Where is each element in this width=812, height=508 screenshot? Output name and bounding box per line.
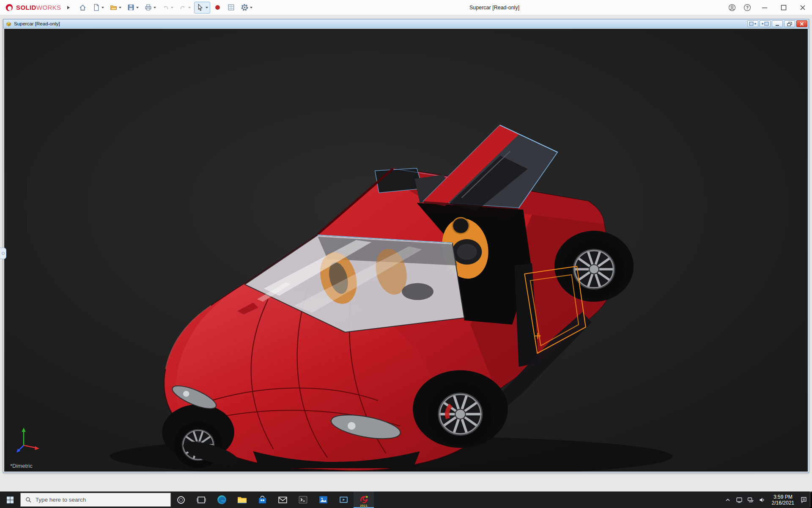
minimize-button[interactable] bbox=[755, 0, 774, 15]
action-center-button[interactable] bbox=[798, 491, 809, 508]
close-icon bbox=[798, 21, 806, 27]
undo-button[interactable] bbox=[159, 2, 176, 14]
file-explorer-button[interactable] bbox=[232, 491, 252, 508]
mail-button[interactable] bbox=[272, 491, 293, 508]
new-document-icon bbox=[92, 3, 100, 11]
doc-close-button[interactable] bbox=[796, 20, 807, 27]
taskbar-search[interactable] bbox=[20, 493, 171, 507]
home-icon bbox=[79, 3, 87, 11]
movies-tv-button[interactable] bbox=[333, 491, 354, 508]
network-icon bbox=[747, 497, 754, 503]
dropdown-caret-icon bbox=[188, 7, 191, 8]
rebuild-icon bbox=[214, 3, 222, 11]
file-properties-button[interactable] bbox=[225, 2, 237, 14]
task-view-icon bbox=[197, 495, 206, 505]
select-tool-button[interactable] bbox=[194, 2, 210, 14]
app-window-title: Supercar [Read-only] bbox=[469, 5, 519, 11]
home-button[interactable] bbox=[77, 2, 89, 14]
dropdown-caret-icon bbox=[102, 7, 104, 8]
featuremanager-collapsed-tab[interactable] bbox=[0, 248, 6, 259]
redo-button[interactable] bbox=[177, 2, 193, 14]
edge-button[interactable] bbox=[211, 491, 232, 508]
dropdown-caret-icon bbox=[154, 7, 156, 8]
restore-icon bbox=[786, 21, 793, 27]
solidworks-brand: SOLIDWORKS bbox=[4, 3, 66, 12]
tablet-mode-button[interactable] bbox=[734, 491, 745, 508]
redo-icon bbox=[179, 3, 187, 11]
system-tray: 3:59 PM 2/16/2021 bbox=[722, 491, 812, 508]
network-button[interactable] bbox=[745, 491, 757, 508]
open-button[interactable] bbox=[107, 2, 123, 14]
tile-preview-icon bbox=[761, 21, 769, 27]
print-button[interactable] bbox=[142, 2, 158, 14]
save-icon bbox=[127, 3, 135, 11]
doc-tile-preview-button-2[interactable] bbox=[760, 20, 771, 27]
mail-icon bbox=[277, 494, 288, 505]
photos-icon bbox=[318, 494, 329, 505]
close-icon bbox=[798, 3, 807, 12]
help-button[interactable]: ? bbox=[740, 0, 755, 15]
brand-text: SOLIDWORKS bbox=[16, 4, 61, 11]
options-gear-icon bbox=[241, 3, 249, 11]
action-center-icon bbox=[800, 496, 807, 503]
file-properties-icon bbox=[227, 3, 235, 11]
file-explorer-icon bbox=[237, 494, 247, 505]
windows-logo-icon bbox=[6, 496, 14, 504]
main-toolbar bbox=[77, 2, 255, 14]
volume-button[interactable] bbox=[757, 491, 768, 508]
app-titlebar: SOLIDWORKS bbox=[0, 0, 812, 15]
photos-button[interactable] bbox=[313, 491, 333, 508]
start-button[interactable] bbox=[0, 491, 20, 508]
hidden-icons-button[interactable] bbox=[722, 491, 734, 508]
svg-text:?: ? bbox=[746, 5, 749, 10]
movies-tv-icon bbox=[338, 494, 349, 505]
close-button[interactable] bbox=[793, 0, 812, 15]
dropdown-caret-icon bbox=[119, 7, 121, 8]
dropdown-caret-icon bbox=[250, 7, 252, 8]
chevron-up-icon bbox=[725, 497, 731, 503]
3d-viewport-canvas[interactable] bbox=[4, 29, 808, 472]
clock-time: 3:59 PM bbox=[772, 494, 794, 500]
undo-icon bbox=[162, 3, 170, 11]
solidworks-year-badge: 2021 bbox=[360, 504, 368, 508]
tile-preview-icon bbox=[749, 21, 757, 27]
document-titlebar[interactable]: Supercar [Read-only] bbox=[3, 19, 809, 28]
account-button[interactable] bbox=[724, 0, 740, 15]
dropdown-caret-icon bbox=[171, 7, 173, 8]
new-document-button[interactable] bbox=[90, 2, 106, 14]
brand-expand-arrow[interactable] bbox=[67, 6, 70, 9]
orientation-triad bbox=[15, 426, 41, 454]
panel-handle-icon bbox=[2, 252, 5, 255]
doc-restore-button[interactable] bbox=[784, 20, 795, 27]
maximize-button[interactable] bbox=[774, 0, 793, 15]
search-input[interactable] bbox=[36, 497, 166, 503]
brand-solid: SOLID bbox=[16, 4, 36, 11]
save-button[interactable] bbox=[125, 2, 141, 14]
taskbar-clock[interactable]: 3:59 PM 2/16/2021 bbox=[768, 494, 798, 506]
doc-tile-preview-button-1[interactable] bbox=[747, 20, 758, 27]
brand-works: WORKS bbox=[36, 4, 61, 11]
doc-minimize-button[interactable] bbox=[772, 20, 783, 27]
document-window-controls bbox=[747, 20, 807, 27]
solidworks-taskbar-button[interactable]: 2021 bbox=[354, 491, 374, 508]
minimize-icon bbox=[760, 3, 769, 12]
cortana-icon bbox=[176, 495, 186, 505]
tablet-icon bbox=[736, 497, 743, 503]
task-view-button[interactable] bbox=[191, 491, 211, 508]
show-desktop-button[interactable] bbox=[809, 491, 812, 508]
volume-icon bbox=[759, 497, 765, 503]
search-icon bbox=[25, 497, 32, 503]
microsoft-store-button[interactable] bbox=[252, 491, 272, 508]
viewport: *Dimetric bbox=[4, 29, 808, 472]
dropdown-caret-icon bbox=[136, 7, 139, 8]
options-button[interactable] bbox=[239, 2, 255, 14]
command-prompt-icon bbox=[298, 494, 308, 505]
titlebar-right-controls: ? bbox=[724, 0, 812, 15]
command-prompt-button[interactable] bbox=[293, 491, 313, 508]
print-icon bbox=[144, 3, 152, 11]
document-title: Supercar [Read-only] bbox=[14, 21, 60, 26]
cortana-button[interactable] bbox=[171, 491, 191, 508]
rebuild-button[interactable] bbox=[211, 2, 224, 14]
account-icon bbox=[728, 3, 736, 12]
microsoft-store-icon bbox=[257, 494, 268, 505]
